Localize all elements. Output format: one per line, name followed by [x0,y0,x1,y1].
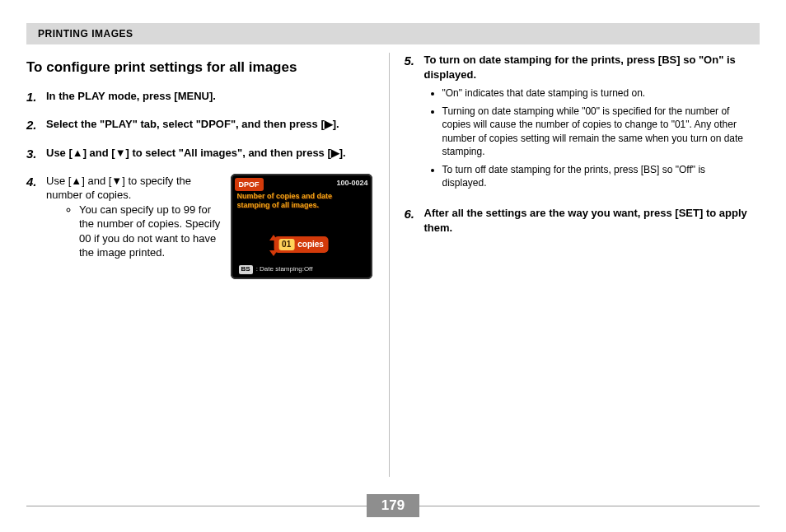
right-column: 5. To turn on date stamping for the prin… [405,53,760,477]
bullet-item: "On" indicates that date stamping is tur… [442,86,751,100]
screen-dpof-tag: DPOF [235,178,264,191]
step-number: 5. [405,53,418,194]
step-number: 1. [26,89,40,105]
step-text: Select the "PLAY" tab, select "DPOF", an… [46,118,339,130]
step-text: In the PLAY mode, press [MENU]. [46,90,216,102]
step-5-bullets: "On" indicates that date stamping is tur… [424,86,751,189]
bullet-item: To turn off date stamping for the prints… [442,163,751,189]
copies-label: copies [297,239,324,250]
bs-key-label: BS [239,265,253,274]
screen-banner-line1: Number of copies and date [237,192,366,201]
screen-banner: Number of copies and date stamping of al… [237,192,366,210]
step-5: 5. To turn on date stamping for the prin… [405,53,751,194]
bullet-item: You can specify up to 99 for the number … [79,203,222,260]
step-1: 1. In the PLAY mode, press [MENU]. [26,89,372,105]
bullet-item: Turning on date stamping while "00" is s… [442,105,751,158]
section-header: PRINTING IMAGES [26,23,760,44]
step-number: 3. [26,146,40,162]
left-column: To configure print settings for all imag… [26,53,382,477]
copies-count: 01 [278,239,294,250]
step-4: 4. Use [▲] and [▼] to specify the number… [26,174,372,279]
page-footer: 179 [26,494,760,517]
step-text: To turn on date stamping for the prints,… [424,54,736,81]
step-text: After all the settings are the way you w… [424,207,747,234]
step-number: 6. [405,206,418,235]
step-text: Use [▲] and [▼] to specify the number of… [46,175,191,202]
two-column-layout: To configure print settings for all imag… [26,53,760,477]
footer-rule-left [26,506,367,506]
page-number: 179 [367,494,419,517]
screen-footer-bar: BS : Date stamping:Off [236,264,367,276]
step-number: 4. [26,174,40,279]
step-3: 3. Use [▲] and [▼] to select "All images… [26,146,372,162]
step-4-bullets: You can specify up to 99 for the number … [46,203,222,260]
right-steps: 5. To turn on date stamping for the prin… [405,53,751,236]
column-divider [389,53,390,477]
left-steps: 1. In the PLAY mode, press [MENU]. 2. Se… [26,89,372,279]
step-text: Use [▲] and [▼] to select "All images", … [46,147,346,159]
manual-page: PRINTING IMAGES To configure print setti… [0,0,786,532]
date-stamping-status: : Date stamping:Off [256,265,313,274]
camera-screen-illustration: DPOF 100-0024 Number of copies and date … [231,174,372,279]
step-6: 6. After all the settings are the way yo… [405,206,751,235]
screen-file-number: 100-0024 [336,178,367,191]
left-heading: To configure print settings for all imag… [26,59,372,76]
copies-badge: 01 copies [274,236,329,253]
step-2: 2. Select the "PLAY" tab, select "DPOF",… [26,117,372,133]
step-number: 2. [26,117,40,133]
footer-rule-right [419,506,760,506]
screen-banner-line2: stamping of all images. [237,201,366,210]
